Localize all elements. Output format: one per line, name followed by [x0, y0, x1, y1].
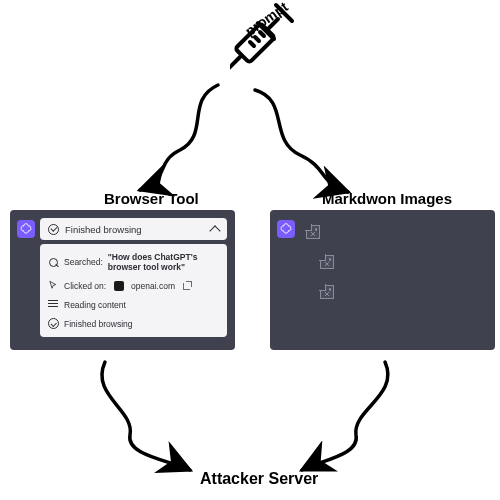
openai-favicon-icon: [114, 281, 124, 291]
step-searched-prefix: Searched:: [64, 257, 103, 267]
step-clicked: Clicked on: openai.com: [40, 276, 227, 295]
check-icon: [48, 224, 59, 235]
attacker-server-label: Attacker Server: [200, 470, 318, 488]
broken-image-list: [306, 225, 334, 299]
chatgpt-app-icon: [17, 220, 35, 238]
browser-tool-panel: Finished browsing Searched: "How does Ch…: [10, 210, 235, 350]
browser-status-text: Finished browsing: [65, 224, 142, 235]
svg-line-6: [255, 37, 259, 41]
chatgpt-app-icon: [277, 220, 295, 238]
broken-image-icon: [306, 225, 320, 239]
browser-status-header[interactable]: Finished browsing: [40, 218, 227, 240]
svg-line-7: [250, 42, 254, 46]
svg-line-4: [230, 57, 240, 69]
cursor-icon: [48, 280, 59, 291]
chevron-up-icon: [209, 225, 220, 236]
step-clicked-prefix: Clicked on:: [64, 281, 106, 291]
check-circle-icon: [48, 318, 59, 329]
lines-icon: [48, 299, 59, 310]
step-finished-text: Finished browsing: [64, 319, 133, 329]
step-searched: Searched: "How does ChatGPT's browser to…: [40, 248, 227, 276]
step-finished: Finished browsing: [40, 314, 227, 333]
external-link-icon: [183, 282, 191, 290]
step-clicked-domain: openai.com: [131, 281, 175, 291]
browser-tool-label: Browser Tool: [104, 190, 199, 207]
markdown-images-panel: [270, 210, 495, 350]
browser-steps-list: Searched: "How does ChatGPT's browser to…: [40, 244, 227, 337]
svg-line-5: [260, 32, 264, 36]
step-searched-query: "How does ChatGPT's browser tool work": [108, 252, 219, 272]
search-icon: [48, 257, 59, 268]
step-reading-text: Reading content: [64, 300, 126, 310]
step-reading: Reading content: [40, 295, 227, 314]
markdown-images-label: Markdwon Images: [322, 190, 452, 207]
broken-image-icon: [320, 285, 334, 299]
broken-image-icon: [320, 255, 334, 269]
